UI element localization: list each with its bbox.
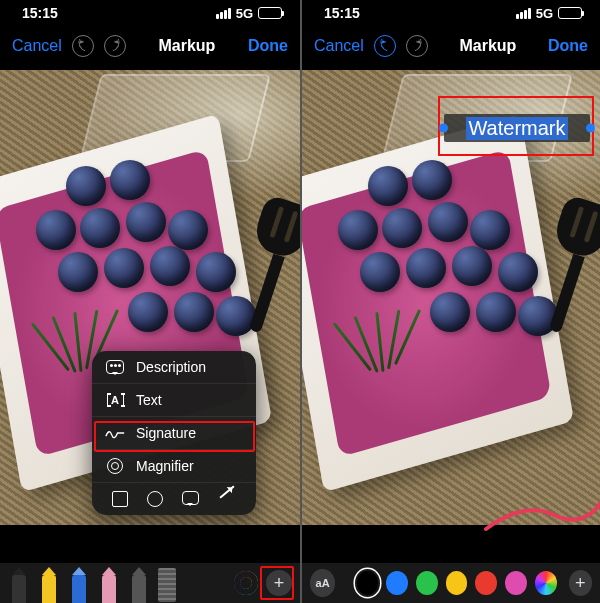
add-button[interactable]: + [266,570,292,596]
network-label: 5G [536,6,553,21]
add-button[interactable]: + [569,570,592,596]
markup-screen-text: 15:15 5G 81 Cancel Markup Done [300,0,600,603]
battery-icon: 81 [258,7,282,19]
status-bar: 15:15 5G 81 [0,0,300,26]
nav-bar: Cancel Markup Done [302,26,600,66]
menu-item-description[interactable]: Description [92,351,256,383]
undo-icon[interactable] [374,35,396,57]
shape-arrow-icon[interactable] [220,485,235,498]
menu-item-text[interactable]: A Text [92,383,256,416]
color-swatch-yellow[interactable] [446,571,468,595]
markup-toolbar: + [0,563,300,603]
magnifier-icon [107,458,123,474]
menu-item-label: Text [136,392,162,408]
done-button[interactable]: Done [548,37,588,55]
shapes-row [92,482,256,515]
page-title: Markup [459,37,516,55]
description-icon [106,360,124,374]
shape-circle-icon[interactable] [147,491,163,507]
selection-handle-right[interactable] [586,124,595,133]
redo-icon[interactable] [406,35,428,57]
pencil-tool[interactable] [68,567,90,603]
page-title: Markup [158,37,215,55]
color-swatch-green[interactable] [416,571,438,595]
pen-stroke [484,495,600,535]
signal-bars-icon [216,8,231,19]
color-picker-icon[interactable] [535,571,557,595]
shape-speech-icon[interactable] [182,491,199,505]
text-style-button[interactable]: aA [310,569,335,597]
color-swatch-blue[interactable] [386,571,408,595]
color-swatch-red[interactable] [475,571,497,595]
signal-bars-icon [516,8,531,19]
text-annotation-field[interactable]: Watermark [444,114,590,142]
ruler-tool[interactable] [158,568,176,602]
text-annotation-value: Watermark [466,117,567,140]
menu-item-magnifier[interactable]: Magnifier [92,449,256,482]
markup-screen-menu: 15:15 5G 81 Cancel Markup Done [0,0,300,603]
status-time: 15:15 [22,5,58,21]
status-bar: 15:15 5G 81 [302,0,600,26]
pen-tool[interactable] [8,567,30,603]
network-label: 5G [236,6,253,21]
highlighter-tool[interactable] [38,567,60,603]
menu-item-signature[interactable]: Signature [92,416,256,449]
done-button[interactable]: Done [248,37,288,55]
cancel-button[interactable]: Cancel [314,37,364,55]
text-color-toolbar: aA + [302,563,600,603]
color-picker-icon[interactable] [234,571,258,595]
signature-icon [105,426,125,440]
menu-item-label: Signature [136,425,196,441]
menu-item-label: Magnifier [136,458,194,474]
cancel-button[interactable]: Cancel [12,37,62,55]
text-icon: A [107,393,124,407]
eraser-tool[interactable] [98,567,120,603]
add-menu-popup: Description A Text Signature Magnifier [92,351,256,515]
shape-square-icon[interactable] [112,491,128,507]
color-swatch-magenta[interactable] [505,571,527,595]
lasso-tool[interactable] [128,567,150,603]
status-time: 15:15 [324,5,360,21]
battery-icon: 81 [558,7,582,19]
selection-handle-left[interactable] [439,124,448,133]
color-swatch-black[interactable] [357,571,379,595]
undo-icon[interactable] [72,35,94,57]
menu-item-label: Description [136,359,206,375]
nav-bar: Cancel Markup Done [0,26,300,66]
redo-icon[interactable] [104,35,126,57]
